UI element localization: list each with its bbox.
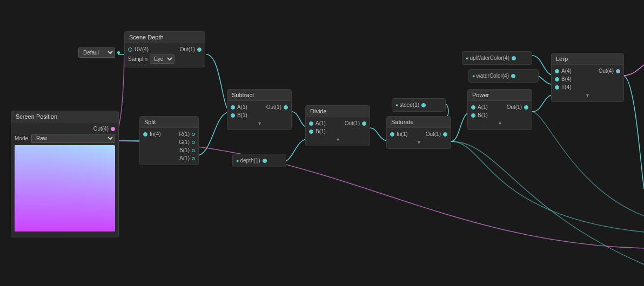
split-r-label: R(1) <box>179 131 190 137</box>
subtract-a-port <box>231 105 235 110</box>
split-b-label: B(1) <box>179 147 190 153</box>
divide-node: Divide A(1) Out(1) B(1) ▾ <box>305 105 370 146</box>
divide-b-port <box>309 130 313 134</box>
divide-out-port <box>362 121 366 126</box>
split-title: Split <box>140 117 198 128</box>
steed-row: ● steed(1) <box>392 101 445 109</box>
watercolor-node: ● waterColor(4) <box>468 69 539 83</box>
steed-node: ● steed(1) <box>392 98 446 112</box>
upwater-row: ● upWaterColor(4) <box>462 54 532 62</box>
power-out-port <box>524 105 528 110</box>
saturate-in-port <box>390 132 394 137</box>
lerp-out-label: Out(4) <box>599 68 614 74</box>
mode-select[interactable]: Raw <box>31 134 115 143</box>
split-g-port <box>192 141 195 144</box>
subtract-out-label: Out(1) <box>266 104 281 110</box>
subtract-a-row: A(1) Out(1) <box>227 103 291 111</box>
scene-depth-node: Scene Depth UV(4) Out(1) Samplin Eye <box>124 31 205 67</box>
lerp-chevron: ▾ <box>552 91 623 99</box>
divide-b-row: B(1) <box>306 127 370 135</box>
lerp-a-row: A(4) Out(4) <box>552 67 623 75</box>
watercolor-label: waterColor(4) <box>476 73 509 79</box>
subtract-node: Subtract A(1) Out(1) B(1) ▾ <box>227 89 292 130</box>
saturate-chevron: ▾ <box>387 138 451 146</box>
divide-a-port <box>309 121 313 126</box>
saturate-title: Saturate <box>387 117 451 128</box>
saturate-out-label: Out(1) <box>426 131 441 137</box>
split-r-port <box>192 133 195 136</box>
saturate-in-label: In(1) <box>397 131 408 137</box>
lerp-t-label: T(4) <box>561 84 571 90</box>
split-node: Split In(4) R(1) G(1) B(1) A(1) <box>139 116 199 165</box>
power-b-label: B(1) <box>478 112 488 118</box>
default-dropdown-area: Defaul <box>78 47 120 58</box>
subtract-a-label: A(1) <box>237 104 247 110</box>
lerp-out-port <box>616 69 620 73</box>
scene-depth-uv-label: UV(4) <box>135 46 149 52</box>
scene-depth-title: Scene Depth <box>125 32 205 43</box>
split-g-row: G(1) <box>140 138 198 146</box>
power-a-port <box>471 105 475 110</box>
subtract-b-label: B(1) <box>237 112 247 118</box>
divide-a-row: A(1) Out(1) <box>306 119 370 127</box>
screen-position-out-label: Out(4) <box>93 126 109 132</box>
scene-depth-out-port <box>197 47 202 52</box>
depth-out-port <box>263 159 267 163</box>
divide-a-label: A(1) <box>316 120 326 126</box>
power-b-port <box>471 113 475 118</box>
steed-label: steed(1) <box>399 102 419 108</box>
split-a-label: A(1) <box>179 155 190 161</box>
steed-out-port <box>421 103 426 107</box>
depth-row: ● depth(1) <box>233 156 286 165</box>
default-select[interactable]: Defaul <box>78 47 115 58</box>
lerp-title: Lerp <box>552 53 623 65</box>
subtract-title: Subtract <box>227 90 291 101</box>
scene-depth-sampler-row: Samplin Eye <box>125 53 205 65</box>
power-a-row: A(1) Out(1) <box>468 103 532 111</box>
subtract-b-port <box>231 113 235 118</box>
power-chevron: ▾ <box>468 119 532 127</box>
subtract-out-port <box>284 105 288 110</box>
sampler-select[interactable]: Eye <box>150 55 175 64</box>
lerp-node: Lerp A(4) Out(4) B(4) T(4) ▾ <box>551 53 624 102</box>
power-title: Power <box>468 90 532 101</box>
screen-position-out-port <box>111 127 115 131</box>
lerp-t-row: T(4) <box>552 83 623 91</box>
scene-depth-out-label: Out(1) <box>180 46 195 52</box>
saturate-node: Saturate In(1) Out(1) ▾ <box>386 116 451 149</box>
split-b-port <box>192 149 195 152</box>
screen-position-title: Screen Position <box>11 111 118 122</box>
default-port <box>117 51 120 54</box>
power-out-label: Out(1) <box>507 104 522 110</box>
divide-chevron: ▾ <box>306 135 370 144</box>
split-in-row: In(4) R(1) <box>140 130 198 138</box>
mode-label: Mode <box>15 135 28 141</box>
power-node: Power A(1) Out(1) B(1) ▾ <box>467 89 532 130</box>
lerp-t-port <box>555 85 559 90</box>
split-in-port <box>143 132 147 137</box>
watercolor-row: ● waterColor(4) <box>469 72 538 80</box>
split-g-label: G(1) <box>179 139 190 145</box>
upwater-label: upWaterColor(4) <box>469 55 509 61</box>
upwater-out-port <box>512 56 516 60</box>
divide-out-label: Out(1) <box>345 120 360 126</box>
lerp-a-label: A(4) <box>561 68 572 74</box>
lerp-b-row: B(4) <box>552 75 623 83</box>
watercolor-out-port <box>511 74 515 78</box>
screen-position-output-row: Out(4) <box>11 125 118 133</box>
split-b-row: B(1) <box>140 146 198 154</box>
scene-depth-uv-port <box>128 47 132 52</box>
scene-depth-uv-row: UV(4) Out(1) <box>125 45 205 53</box>
subtract-b-row: B(1) <box>227 111 291 119</box>
lerp-b-label: B(4) <box>561 76 572 82</box>
saturate-in-row: In(1) Out(1) <box>387 130 451 138</box>
split-a-port <box>192 157 195 160</box>
divide-title: Divide <box>306 106 370 117</box>
screen-position-node: Screen Position Out(4) Mode Raw <box>11 111 119 237</box>
power-a-label: A(1) <box>478 104 488 110</box>
lerp-a-port <box>555 69 559 73</box>
depth-label: depth(1) <box>240 158 260 164</box>
power-b-row: B(1) <box>468 111 532 119</box>
split-in-label: In(4) <box>150 131 161 137</box>
split-a-row: A(1) <box>140 154 198 162</box>
